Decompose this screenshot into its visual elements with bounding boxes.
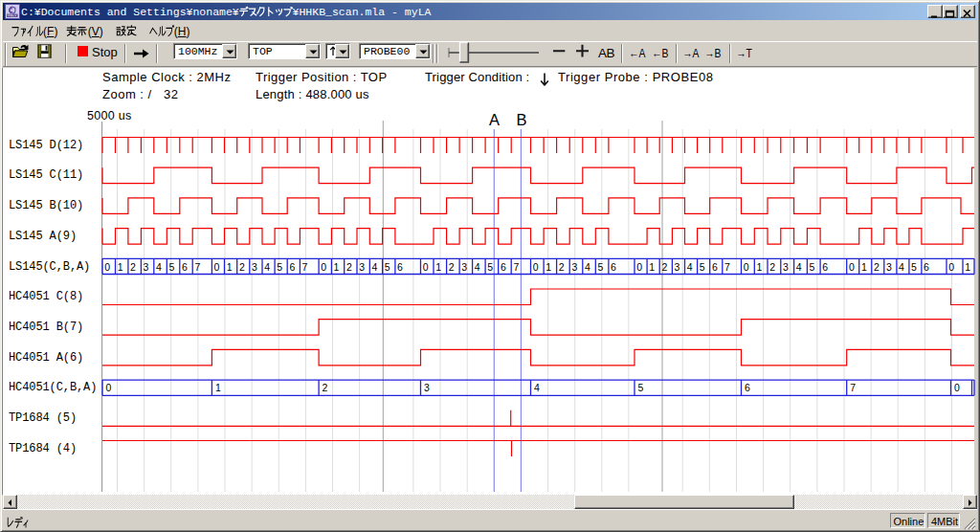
svg-text:2: 2 — [661, 261, 667, 273]
svg-text:3: 3 — [359, 261, 365, 273]
svg-text:0: 0 — [849, 261, 855, 273]
svg-text:6: 6 — [289, 261, 295, 273]
svg-text:3: 3 — [571, 261, 577, 273]
svg-text:2: 2 — [239, 261, 245, 273]
svg-text:3: 3 — [783, 261, 789, 273]
svg-text:7: 7 — [194, 261, 200, 273]
svg-text:0: 0 — [423, 261, 429, 273]
svg-text:0: 0 — [533, 261, 539, 273]
svg-text:7: 7 — [513, 261, 519, 273]
svg-text:0: 0 — [214, 261, 220, 273]
svg-text:6: 6 — [745, 382, 750, 393]
svg-text:1: 1 — [334, 261, 340, 273]
svg-text:1: 1 — [965, 261, 970, 273]
svg-text:1: 1 — [757, 261, 763, 273]
svg-text:5: 5 — [700, 261, 705, 273]
svg-text:3: 3 — [252, 261, 257, 273]
svg-text:2: 2 — [559, 261, 565, 273]
svg-text:0: 0 — [104, 261, 110, 273]
svg-text:6: 6 — [924, 261, 929, 273]
svg-text:3: 3 — [886, 261, 892, 273]
svg-text:2: 2 — [130, 261, 136, 273]
svg-text:0: 0 — [636, 261, 642, 273]
svg-text:4: 4 — [534, 382, 540, 393]
svg-text:3: 3 — [675, 261, 680, 273]
svg-text:5: 5 — [385, 261, 390, 273]
svg-text:6: 6 — [712, 261, 718, 273]
svg-text:6: 6 — [182, 261, 188, 273]
svg-text:6: 6 — [611, 261, 616, 273]
svg-text:6: 6 — [501, 261, 506, 273]
svg-text:5: 5 — [598, 261, 604, 273]
svg-text:4: 4 — [687, 261, 693, 273]
svg-text:1: 1 — [435, 261, 441, 273]
svg-text:4: 4 — [796, 261, 802, 273]
svg-text:4: 4 — [264, 261, 270, 273]
svg-text:1: 1 — [215, 382, 221, 393]
svg-text:7: 7 — [850, 382, 856, 393]
svg-text:6: 6 — [822, 261, 828, 273]
svg-text:5: 5 — [169, 261, 175, 273]
svg-text:4: 4 — [372, 261, 378, 273]
svg-text:5: 5 — [911, 261, 917, 273]
svg-text:5: 5 — [638, 382, 644, 393]
svg-text:1: 1 — [861, 261, 867, 273]
svg-text:0: 0 — [744, 261, 749, 273]
svg-text:7: 7 — [302, 261, 308, 273]
svg-text:1: 1 — [546, 261, 551, 273]
svg-text:2: 2 — [874, 261, 880, 273]
svg-text:4: 4 — [156, 261, 162, 273]
svg-text:0: 0 — [948, 261, 954, 273]
svg-text:5: 5 — [277, 261, 282, 273]
svg-text:3: 3 — [461, 261, 467, 273]
svg-text:5: 5 — [487, 261, 493, 273]
svg-text:1: 1 — [118, 261, 123, 273]
svg-text:7: 7 — [724, 261, 730, 273]
svg-text:0: 0 — [321, 261, 326, 273]
svg-text:1: 1 — [227, 261, 233, 273]
svg-text:4: 4 — [585, 261, 590, 273]
svg-text:2: 2 — [769, 261, 775, 273]
svg-text:2: 2 — [323, 382, 328, 393]
svg-text:0: 0 — [106, 382, 112, 393]
svg-text:4: 4 — [475, 261, 480, 273]
svg-text:5: 5 — [810, 261, 815, 273]
svg-text:3: 3 — [424, 382, 430, 393]
svg-text:3: 3 — [144, 261, 149, 273]
svg-text:4: 4 — [899, 261, 904, 273]
svg-text:1: 1 — [649, 261, 655, 273]
svg-text:0: 0 — [954, 382, 960, 393]
svg-text:2: 2 — [346, 261, 352, 273]
svg-text:2: 2 — [449, 261, 455, 273]
svg-text:6: 6 — [397, 261, 403, 273]
